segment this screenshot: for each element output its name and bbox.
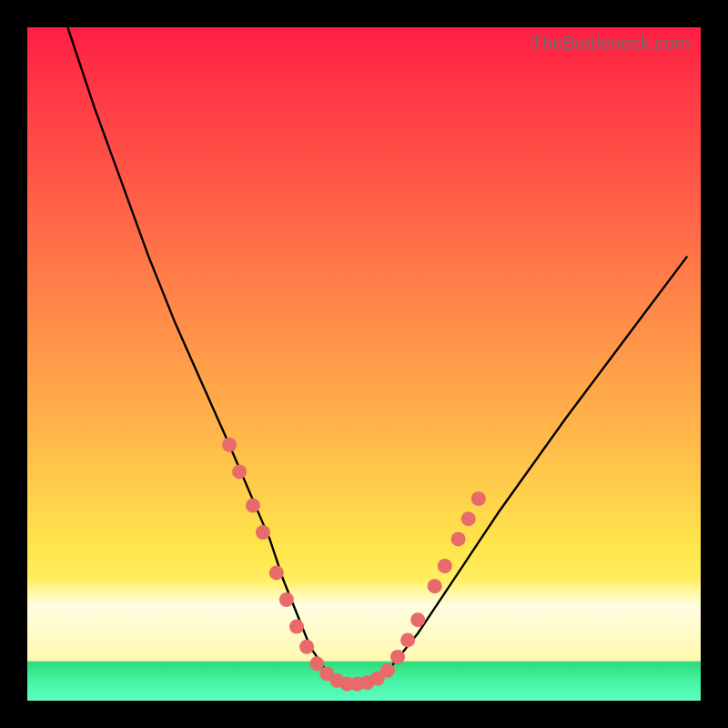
highlight-dot	[299, 640, 314, 654]
highlight-dot	[279, 592, 294, 607]
highlight-dot	[451, 531, 466, 546]
bottleneck-curve-path	[67, 27, 687, 684]
highlight-dot	[400, 632, 415, 647]
plot-area: TheBottleneck.com	[27, 27, 701, 701]
highlight-dots-group	[222, 438, 486, 692]
chart-frame: TheBottleneck.com	[0, 0, 728, 728]
highlight-dot	[269, 565, 284, 580]
highlight-dot	[410, 612, 425, 627]
highlight-dot	[232, 464, 247, 479]
highlight-dot	[256, 525, 270, 540]
highlight-dot	[438, 559, 452, 573]
highlight-dot	[390, 650, 405, 664]
highlight-dot	[461, 511, 476, 526]
highlight-dot	[380, 663, 395, 678]
highlight-dot	[289, 620, 304, 634]
highlight-dot	[471, 491, 486, 506]
curve-layer	[27, 27, 701, 701]
highlight-dot	[222, 438, 237, 452]
highlight-dot	[428, 579, 442, 593]
highlight-dot	[246, 498, 260, 512]
